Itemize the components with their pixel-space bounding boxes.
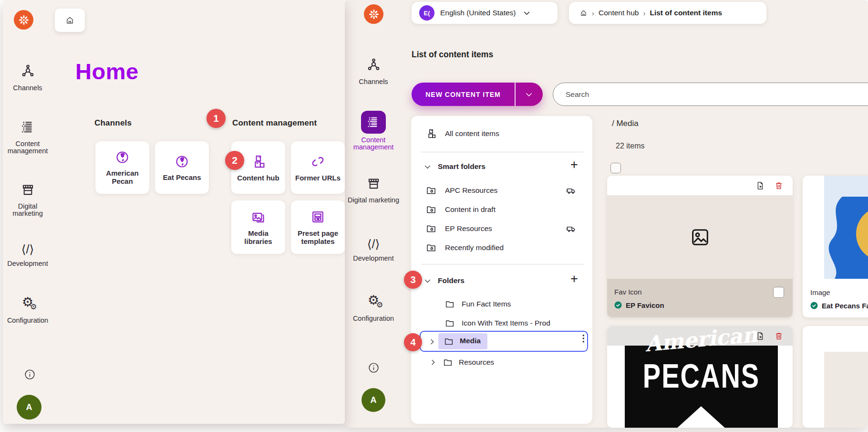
page-title: Home — [75, 58, 139, 84]
tile-label: Former URLs — [292, 174, 343, 182]
smart-folder-icon — [425, 242, 437, 253]
content-card-american-pecans[interactable]: PECANS American — [607, 326, 793, 428]
breadcrumb-item-current: List of content items — [650, 9, 722, 17]
user-avatar[interactable]: A — [17, 395, 41, 420]
breadcrumb-separator: › — [639, 9, 650, 17]
tile-american-pecan[interactable]: American Pecan — [95, 141, 149, 194]
select-all-checkbox[interactable] — [610, 163, 621, 173]
smart-folder-icon — [425, 204, 437, 215]
kebab-menu-icon[interactable]: ⋮ — [579, 335, 588, 342]
sidebar-item-configuration[interactable]: ⚙⚙ Configuration — [345, 294, 402, 322]
section-label: Smart folders — [438, 162, 486, 171]
smart-folder-icon — [425, 185, 437, 196]
info-icon[interactable] — [24, 369, 36, 380]
kentico-logo[interactable] — [364, 4, 383, 24]
kentico-logo[interactable] — [14, 10, 33, 30]
sidebar-item-label: Channels — [3, 84, 52, 92]
tree-item-icon-with-text[interactable]: Icon With Text Items - Prod — [444, 318, 550, 328]
annotation-badge-2: 2 — [225, 151, 244, 170]
add-folder-button[interactable]: + — [570, 274, 578, 284]
card-thumbnail-placeholder — [824, 352, 868, 428]
sidebar-item-channels[interactable]: Channels — [345, 57, 402, 85]
new-content-item-dropdown[interactable] — [516, 83, 543, 106]
media-libraries-icon — [250, 209, 266, 225]
breadcrumb-item[interactable]: Content hub — [599, 9, 639, 17]
search-input[interactable] — [553, 83, 868, 106]
user-avatar[interactable]: A — [362, 388, 385, 412]
tile-former-urls[interactable]: Former URLs — [291, 141, 345, 194]
content-card-image[interactable]: Image Eat Pecans Fav — [803, 176, 868, 317]
sidebar-item-digital-marketing[interactable]: Digital marketing — [3, 182, 52, 217]
tree-item-media-selected[interactable]: Media ⋮ — [420, 331, 588, 352]
folder-icon — [444, 299, 455, 309]
chevron-down-icon — [523, 9, 531, 17]
results-count: 22 items — [616, 142, 644, 150]
tree-item-ep-resources[interactable]: EP Resources — [425, 223, 492, 234]
configuration-icon: ⚙⚙ — [345, 294, 402, 311]
chevron-right-icon[interactable] — [428, 338, 436, 346]
sidebar-item-label: Content management — [345, 137, 402, 151]
content-management-icon — [3, 119, 52, 135]
tree-item-content-in-draft[interactable]: Content in draft — [425, 204, 496, 215]
card-subtitle: EP Favicon — [626, 301, 664, 309]
content-card-partial[interactable] — [803, 326, 868, 428]
sidebar-item-label: Digital marketing — [345, 197, 402, 204]
tile-preset-page-templates[interactable]: Preset page templates — [291, 200, 345, 254]
tree-item-recently-modified[interactable]: Recently modified — [425, 242, 504, 253]
sidebar-item-channels[interactable]: Channels — [3, 63, 52, 92]
tree-item-apc-resources[interactable]: APC Resources — [425, 185, 497, 196]
tile-media-libraries[interactable]: Media libraries — [231, 200, 285, 254]
language-selector[interactable]: E( English (United States) — [412, 2, 558, 24]
channels-icon — [345, 57, 402, 73]
section-heading-channels: Channels — [94, 118, 132, 128]
folder-icon — [444, 336, 454, 347]
smart-folders-header[interactable]: Smart folders — [424, 162, 486, 171]
tree-item-label: EP Resources — [445, 224, 492, 233]
export-icon[interactable] — [755, 181, 765, 190]
image-placeholder-icon — [689, 226, 711, 248]
new-content-item-label: NEW CONTENT ITEM — [412, 83, 515, 106]
add-smart-folder-button[interactable]: + — [570, 159, 578, 170]
sidebar-item-content-management-active[interactable]: Content management — [345, 111, 402, 151]
content-management-icon — [361, 111, 386, 134]
folder-tree-panel: All content items Smart folders + APC Re… — [411, 116, 592, 424]
chevron-right-icon[interactable] — [429, 358, 437, 366]
tree-item-label: Content in draft — [445, 205, 496, 214]
digital-marketing-icon — [3, 182, 52, 198]
tree-item-resources[interactable]: Resources — [429, 357, 494, 368]
sidebar-item-digital-marketing[interactable]: Digital marketing — [345, 176, 402, 204]
content-card-fav-icon[interactable]: Fav Icon EP Favicon — [607, 176, 793, 317]
sidebar-item-development[interactable]: ⟨/⟩ Development — [345, 237, 402, 262]
annotation-badge-1: 1 — [207, 109, 226, 128]
digital-marketing-icon — [345, 176, 402, 191]
card-checkbox[interactable] — [773, 287, 784, 298]
sidebar-item-configuration[interactable]: ⚙⚙ Configuration — [3, 295, 52, 324]
tree-item-fun-fact-items[interactable]: Fun Fact Items — [444, 299, 511, 309]
tile-label: Content hub — [234, 174, 282, 182]
new-content-item-button[interactable]: NEW CONTENT ITEM — [412, 83, 543, 106]
tree-item-label: Icon With Text Items - Prod — [462, 319, 550, 327]
chevron-down-icon — [525, 90, 533, 99]
card-title: Fav Icon — [614, 288, 642, 296]
sidebar-item-label: Channels — [345, 78, 402, 85]
tree-item-label: Recently modified — [445, 243, 504, 252]
folders-header[interactable]: Folders — [424, 276, 465, 285]
info-icon[interactable] — [368, 362, 380, 374]
content-items-icon — [425, 128, 437, 139]
avatar-letter: A — [371, 395, 377, 405]
home-icon[interactable] — [579, 9, 588, 17]
tile-label: Media libraries — [231, 229, 285, 245]
card-label-strip: Fav Icon EP Favicon — [607, 279, 793, 317]
delete-icon[interactable] — [774, 181, 784, 190]
tree-item-all-content-items[interactable]: All content items — [425, 128, 499, 139]
sidebar-item-development[interactable]: ⟨/⟩ Development — [3, 242, 52, 267]
delete-icon[interactable] — [774, 331, 784, 341]
export-icon[interactable] — [755, 331, 765, 341]
home-tab[interactable] — [55, 9, 85, 32]
card-subtitle: Eat Pecans Fav — [822, 302, 868, 310]
tree-item-label: Fun Fact Items — [462, 300, 511, 308]
globe-icon — [175, 154, 189, 169]
link-icon — [310, 154, 326, 169]
sidebar-item-content-management[interactable]: Content management — [3, 119, 52, 155]
tile-eat-pecans[interactable]: Eat Pecans — [155, 141, 209, 194]
